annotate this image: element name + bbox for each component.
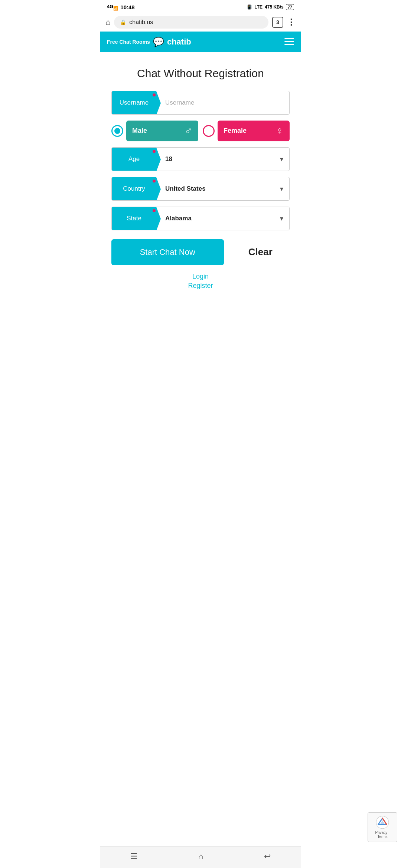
country-select[interactable]: United States United Kingdom Canada Aust… <box>165 185 283 192</box>
required-indicator <box>153 93 156 96</box>
state-required-indicator <box>153 209 156 212</box>
brand-logo: chatib <box>167 37 191 47</box>
chat-bubble-icon: 💬 <box>153 37 164 47</box>
country-select-wrapper: United States United Kingdom Canada Aust… <box>156 177 289 200</box>
gender-row: Male ♂ Female ♀ <box>111 121 290 141</box>
state-select[interactable]: Alabama Alaska Arizona Arkansas Californ… <box>165 215 283 222</box>
status-left: 4G📶 10:48 <box>107 4 135 11</box>
hamburger-line-2 <box>284 41 294 42</box>
address-bar[interactable]: 🔒 chatib.us <box>114 16 268 29</box>
signal-icon: 4G📶 <box>107 4 118 11</box>
state-select-wrapper: Alabama Alaska Arizona Arkansas Californ… <box>156 207 289 230</box>
speed-label: 475 KB/s <box>265 4 284 10</box>
auth-links: Login Register <box>111 273 290 290</box>
main-content: Chat Without Registration Username Male … <box>100 52 301 301</box>
brand-subtitle: Free Chat Rooms <box>107 39 150 45</box>
vibrate-icon: 📳 <box>247 4 252 10</box>
status-bar: 4G📶 10:48 📳 LTE 475 KB/s 77 <box>100 0 301 13</box>
hamburger-line-1 <box>284 38 294 39</box>
male-radio[interactable] <box>111 125 123 137</box>
female-radio[interactable] <box>203 125 215 137</box>
male-label: Male <box>132 127 147 135</box>
start-chat-button[interactable]: Start Chat Now <box>111 239 224 265</box>
username-label: Username <box>112 91 156 114</box>
hamburger-line-3 <box>284 44 294 45</box>
country-field: Country United States United Kingdom Can… <box>111 177 290 201</box>
state-label: State <box>112 207 156 230</box>
male-button[interactable]: Male ♂ <box>126 121 198 141</box>
tab-count[interactable]: 3 <box>272 17 283 28</box>
age-field: Age 18 19 20 21 25 30 <box>111 147 290 171</box>
login-link[interactable]: Login <box>192 273 209 280</box>
register-link[interactable]: Register <box>188 282 213 290</box>
battery-indicator: 77 <box>286 4 294 10</box>
country-label: Country <box>112 177 156 200</box>
male-option[interactable]: Male ♂ <box>111 121 198 141</box>
browser-home-icon[interactable]: ⌂ <box>105 17 110 27</box>
female-label: Female <box>224 127 247 135</box>
female-option[interactable]: Female ♀ <box>203 121 290 141</box>
country-required-indicator <box>153 180 156 183</box>
hamburger-menu[interactable] <box>284 38 294 45</box>
time: 10:48 <box>120 4 134 10</box>
female-button[interactable]: Female ♀ <box>218 121 290 141</box>
female-symbol: ♀ <box>276 125 284 137</box>
url-text: chatib.us <box>129 19 153 26</box>
age-label: Age <box>112 148 156 171</box>
lte-label: LTE <box>254 4 263 10</box>
username-input[interactable] <box>165 99 283 106</box>
status-right: 📳 LTE 475 KB/s 77 <box>247 4 294 10</box>
page-title: Chat Without Registration <box>111 67 290 80</box>
age-select[interactable]: 18 19 20 21 25 30 <box>165 155 283 162</box>
state-field: State Alabama Alaska Arizona Arkansas Ca… <box>111 207 290 230</box>
browser-bar: ⌂ 🔒 chatib.us 3 ⋮ <box>100 13 301 32</box>
male-symbol: ♂ <box>185 125 192 137</box>
username-input-wrapper <box>156 91 289 114</box>
age-required-indicator <box>153 150 156 153</box>
action-row: Start Chat Now Clear <box>111 239 290 265</box>
clear-button[interactable]: Clear <box>231 246 290 258</box>
username-field: Username <box>111 91 290 115</box>
lock-icon: 🔒 <box>120 19 126 25</box>
age-select-wrapper: 18 19 20 21 25 30 <box>156 148 289 171</box>
brand-area: Free Chat Rooms 💬 chatib <box>107 37 191 47</box>
nav-header: Free Chat Rooms 💬 chatib <box>100 32 301 52</box>
browser-menu-icon[interactable]: ⋮ <box>287 17 296 27</box>
